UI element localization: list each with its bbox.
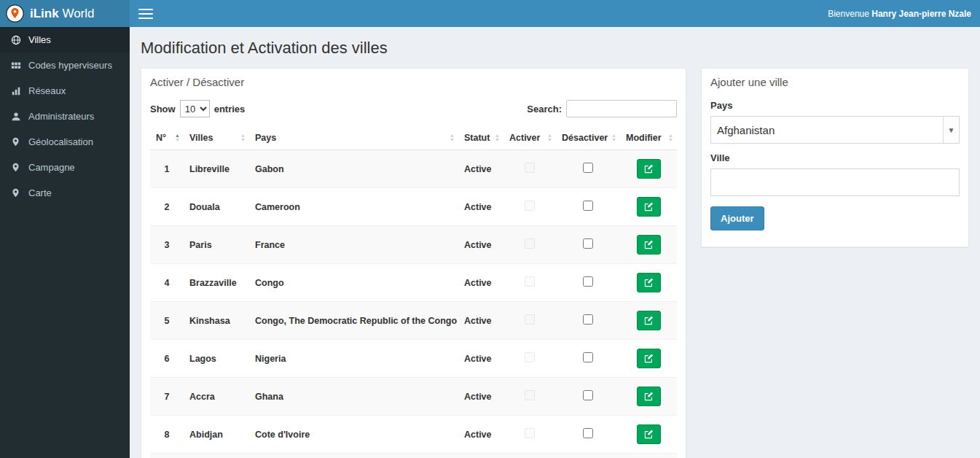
sidebar-item-geolocalisation[interactable]: Géolocalisation: [0, 129, 130, 155]
entries-label: entries: [214, 104, 246, 114]
ville-label: Ville: [710, 152, 960, 163]
row-ville: Paris: [184, 226, 249, 264]
ilink-logo-icon: [6, 4, 24, 23]
table-body: 1LibrevilleGabonActive2DoualaCameroonAct…: [150, 150, 677, 458]
row-ville: Lagos: [184, 340, 249, 378]
map-pin-icon: [10, 136, 21, 147]
row-ville: Kinshasa: [184, 302, 249, 340]
map-pin-icon: [10, 162, 21, 173]
ville-input[interactable]: [710, 168, 960, 196]
edit-icon: [644, 202, 654, 211]
add-city-panel: Ajouter une ville Pays Afghanistan ▼ Vil…: [701, 68, 969, 247]
sidebar-item-reseaux[interactable]: Réseaux: [0, 78, 130, 104]
sidebar-item-label: Codes hyperviseurs: [28, 60, 112, 71]
desactiver-checkbox[interactable]: [583, 276, 593, 287]
app-logo[interactable]: iLink World: [0, 0, 130, 27]
modifier-button[interactable]: [637, 387, 661, 406]
row-statut: Active: [458, 188, 503, 226]
user-name: Hanry Jean-pierre Nzale: [871, 9, 971, 19]
column-header-5[interactable]: Désactiver▲▼: [556, 126, 620, 150]
top-navbar: iLink World Bienvenue Hanry Jean-pierre …: [0, 0, 980, 27]
villes-table-panel: Activer / Désactiver Show 10 entries Sea…: [141, 68, 686, 458]
ajouter-button[interactable]: Ajouter: [710, 206, 764, 230]
page-title: Modification et Activation des villes: [141, 39, 969, 58]
desactiver-checkbox[interactable]: [583, 238, 593, 249]
desactiver-checkbox[interactable]: [583, 163, 593, 173]
welcome-user[interactable]: Bienvenue Hanry Jean-pierre Nzale: [828, 9, 971, 19]
modifier-button[interactable]: [637, 349, 661, 368]
modifier-button[interactable]: [637, 273, 661, 292]
table-panel-title: Activer / Désactiver: [141, 69, 686, 94]
row-ville: Dakar: [184, 454, 249, 458]
sidebar-item-carte[interactable]: Carte: [0, 180, 130, 206]
user-icon: [10, 111, 21, 122]
globe-icon: [10, 34, 21, 45]
page-length-select[interactable]: 10: [180, 100, 210, 117]
sidebar-item-codes-hyperviseurs[interactable]: Codes hyperviseurs: [0, 53, 130, 78]
column-header-4[interactable]: Activer▲▼: [503, 126, 556, 150]
add-panel-title: Ajouter une ville: [702, 69, 968, 94]
column-header-3[interactable]: Statut▲▼: [458, 126, 503, 150]
row-pays: France: [249, 226, 458, 264]
villes-table: N°▲▼Villes▲▼Pays▲▼Statut▲▼Activer▲▼Désac…: [150, 126, 677, 458]
sidebar-item-administrateurs[interactable]: Administrateurs: [0, 104, 130, 129]
row-statut: Active: [458, 302, 503, 340]
search-input[interactable]: [566, 100, 677, 117]
row-pays: Cote d'Ivoire: [249, 416, 458, 454]
row-pays: Ghana: [249, 378, 458, 416]
modifier-button[interactable]: [637, 424, 661, 444]
sidebar-item-label: Administrateurs: [28, 111, 94, 122]
edit-icon: [644, 278, 654, 287]
activer-checkbox: [525, 352, 535, 362]
desactiver-checkbox[interactable]: [583, 390, 593, 400]
row-num: 7: [150, 378, 184, 416]
pays-label: Pays: [710, 100, 960, 111]
sort-icon: ▲▼: [240, 133, 246, 142]
pays-select[interactable]: Afghanistan: [710, 116, 960, 144]
row-statut: Active: [458, 416, 503, 454]
edit-icon: [644, 240, 654, 249]
desactiver-checkbox[interactable]: [583, 352, 593, 362]
row-ville: Douala: [184, 188, 249, 226]
search-label: Search:: [527, 104, 562, 114]
sidebar-item-label: Géolocalisation: [28, 136, 93, 147]
desactiver-checkbox[interactable]: [583, 428, 593, 438]
column-header-6[interactable]: Modifier▲▼: [620, 126, 677, 150]
main-content: Modification et Activation des villes Ac…: [130, 27, 980, 458]
desactiver-checkbox[interactable]: [583, 314, 593, 325]
sidebar-item-label: Carte: [28, 187, 52, 198]
row-pays: Gabon: [249, 150, 458, 188]
sidebar-item-campagne[interactable]: Campagne: [0, 155, 130, 180]
bar-chart-icon: [10, 85, 21, 96]
modifier-button[interactable]: [637, 159, 661, 179]
row-pays: Nigeria: [249, 340, 458, 378]
sidebar-item-label: Villes: [28, 34, 51, 45]
sidebar-item-villes[interactable]: Villes: [0, 27, 130, 53]
table-row: 3ParisFranceActive: [150, 226, 677, 264]
modifier-button[interactable]: [637, 235, 661, 255]
row-pays: Senegal: [249, 454, 458, 458]
sidebar-item-label: Réseaux: [28, 85, 66, 96]
activer-checkbox: [525, 428, 535, 438]
row-num: 8: [150, 416, 184, 454]
activer-checkbox: [525, 201, 535, 211]
table-row: 9DakarSenegalActive: [150, 454, 677, 458]
modifier-button[interactable]: [637, 311, 661, 330]
column-header-0[interactable]: N°▲▼: [150, 126, 184, 150]
brand-title: iLink World: [30, 7, 95, 21]
row-num: 5: [150, 302, 184, 340]
edit-icon: [644, 164, 654, 174]
row-ville: Abidjan: [184, 416, 249, 454]
row-pays: Congo, The Democratic Republic of the Co…: [249, 302, 458, 340]
table-header-row: N°▲▼Villes▲▼Pays▲▼Statut▲▼Activer▲▼Désac…: [150, 126, 677, 150]
modifier-button[interactable]: [637, 197, 661, 217]
table-row: 8AbidjanCote d'IvoireActive: [150, 416, 677, 454]
sidebar-menu: VillesCodes hyperviseursRéseauxAdministr…: [0, 27, 130, 458]
sort-icon: ▲▼: [175, 133, 180, 142]
desactiver-checkbox[interactable]: [583, 201, 593, 211]
sort-icon: ▲▼: [495, 133, 500, 142]
sidebar-toggle-icon[interactable]: [138, 9, 153, 19]
column-header-1[interactable]: Villes▲▼: [184, 126, 249, 150]
column-header-2[interactable]: Pays▲▼: [249, 126, 458, 150]
row-pays: Cameroon: [249, 188, 458, 226]
